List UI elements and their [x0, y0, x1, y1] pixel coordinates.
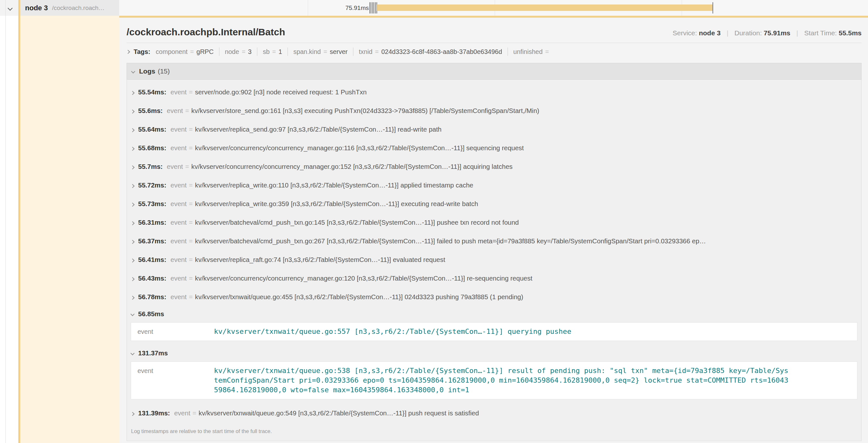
equals-sign: =: [545, 48, 549, 56]
detail-header: /cockroach.roachpb.Internal/Batch Servic…: [127, 27, 862, 38]
chevron-right-icon: [131, 126, 134, 133]
log-row[interactable]: 56.43ms: event = kv/kvserver/concurrency…: [127, 269, 861, 287]
equals-sign: =: [192, 409, 196, 417]
log-timestamp: 55.68ms:: [138, 144, 166, 152]
equals-sign: =: [189, 126, 193, 133]
log-message: kv/kvserver/batcheval/cmd_push_txn.go:14…: [195, 218, 519, 226]
log-message: kv/kvserver/replica_raft.go:74 [n3,s3,r6…: [195, 256, 445, 264]
equals-sign: =: [189, 200, 193, 208]
equals-sign: =: [189, 256, 193, 264]
log-marker-tick: [369, 2, 370, 13]
log-detail-box: event kv/kvserver/txnwait/queue.go:557 […: [131, 322, 858, 341]
tag-item: sb = 1: [263, 47, 288, 56]
log-field-key: event: [131, 327, 214, 336]
log-message: kv/kvserver/batcheval/cmd_push_txn.go:26…: [195, 237, 706, 245]
indent-guide-line: [5, 0, 6, 443]
log-timestamp: 56.85ms: [138, 310, 164, 318]
log-detail-box: event kv/kvserver/txnwait/queue.go:538 […: [131, 362, 858, 399]
equals-sign: =: [185, 163, 189, 170]
log-entry-header[interactable]: 56.85ms: [127, 306, 861, 322]
log-timestamp: 131.37ms: [138, 349, 168, 357]
chevron-right-icon: [131, 107, 134, 114]
log-field-key: event: [170, 218, 187, 226]
log-field-key: event: [170, 274, 187, 282]
log-row[interactable]: 55.6ms: event = kv/kvserver/store_send.g…: [127, 101, 861, 120]
chevron-right-icon: [131, 200, 134, 208]
equals-sign: =: [189, 218, 193, 226]
tag-item: unfinished =: [513, 47, 557, 56]
log-message: kv/kvserver/concurrency/concurrency_mana…: [191, 163, 513, 170]
tag-value: gRPC: [196, 48, 214, 56]
log-timestamp: 56.37ms:: [138, 237, 166, 245]
log-row[interactable]: 131.39ms: event = kv/kvserver/txnwait/qu…: [127, 404, 861, 422]
equals-sign: =: [189, 144, 193, 152]
collapse-children-button[interactable]: [8, 5, 12, 11]
log-field-value: kv/kvserver/txnwait/queue.go:538 [n3,s3,…: [214, 366, 790, 395]
tag-key: txnid: [359, 48, 372, 56]
tag-value: 024d3323-6c8f-4863-aa8b-37ab0e63496d: [381, 48, 502, 56]
log-timestamp: 55.7ms:: [138, 163, 162, 170]
tag-item: node = 3: [225, 47, 257, 56]
log-timestamp: 56.78ms:: [138, 293, 166, 301]
equals-sign: =: [242, 48, 245, 56]
log-entry-expanded: 131.37ms event kv/kvserver/txnwait/queue…: [127, 345, 861, 399]
chevron-right-icon: [131, 144, 134, 152]
log-field-key: event: [170, 293, 187, 301]
log-timestamp: 55.64ms:: [138, 126, 166, 133]
log-row[interactable]: 56.78ms: event = kv/kvserver/txnwait/que…: [127, 287, 861, 306]
span-detail-panel: /cockroach.roachpb.Internal/Batch Servic…: [119, 18, 868, 443]
chevron-right-icon: [131, 163, 134, 170]
log-message: kv/kvserver/replica_write.go:359 [n3,s3,…: [195, 200, 478, 208]
duration-label: Duration:: [734, 29, 762, 37]
log-timestamp: 56.31ms:: [138, 218, 166, 226]
log-row[interactable]: 55.73ms: event = kv/kvserver/replica_wri…: [127, 195, 861, 213]
span-name-cell[interactable]: node 3 /cockroach.roach…: [20, 0, 119, 16]
chevron-right-icon: [131, 237, 134, 245]
log-field-row: event kv/kvserver/txnwait/queue.go:557 […: [131, 327, 857, 336]
equals-sign: =: [375, 48, 379, 56]
log-entry-header[interactable]: 131.37ms: [127, 345, 861, 361]
tags-label: Tags:: [134, 48, 150, 56]
log-marker-tick: [371, 2, 371, 13]
log-row[interactable]: 55.72ms: event = kv/kvserver/replica_wri…: [127, 176, 861, 195]
chevron-down-icon: [131, 311, 134, 317]
log-row[interactable]: 56.37ms: event = kv/kvserver/batcheval/c…: [127, 232, 861, 250]
log-row[interactable]: 56.41ms: event = kv/kvserver/replica_raf…: [127, 250, 861, 269]
log-field-key: event: [170, 200, 187, 208]
log-message: server/node.go:902 [n3] node received re…: [195, 88, 367, 96]
logs-title: Logs: [139, 67, 155, 75]
log-entry-expanded: 56.85ms event kv/kvserver/txnwait/queue.…: [127, 306, 861, 341]
log-marker-tick: [374, 2, 374, 13]
log-message: kv/kvserver/replica_send.go:97 [n3,s3,r6…: [195, 126, 442, 133]
log-row[interactable]: 56.31ms: event = kv/kvserver/batcheval/c…: [127, 213, 861, 232]
log-row[interactable]: 55.7ms: event = kv/kvserver/concurrency/…: [127, 157, 861, 176]
chevron-right-icon: [131, 274, 134, 282]
span-row[interactable]: node 3 /cockroach.roach… 75.91ms: [0, 0, 868, 16]
log-row[interactable]: 55.64ms: event = kv/kvserver/replica_sen…: [127, 120, 861, 139]
log-row[interactable]: 55.54ms: event = server/node.go:902 [n3]…: [127, 83, 861, 101]
logs-count: (15): [158, 67, 169, 75]
chevron-right-icon: [131, 256, 134, 264]
chevron-right-icon: [131, 409, 134, 417]
log-row[interactable]: 55.68ms: event = kv/kvserver/concurrency…: [127, 139, 861, 157]
log-timestamp: 131.39ms:: [138, 409, 170, 417]
tag-value: server: [330, 48, 348, 56]
span-title: /cockroach.roachpb.Internal/Batch: [127, 27, 285, 38]
tag-key: unfinished: [513, 48, 542, 56]
equals-sign: =: [189, 181, 193, 189]
equals-sign: =: [189, 88, 193, 96]
span-duration-bar[interactable]: [377, 4, 713, 11]
log-message: kv/kvserver/concurrency/concurrency_mana…: [195, 144, 524, 152]
tag-item: span.kind = server: [293, 47, 353, 56]
chevron-right-icon: [131, 181, 134, 189]
separator: |: [796, 29, 798, 37]
tag-value: 1: [279, 48, 282, 56]
log-field-value: kv/kvserver/txnwait/queue.go:557 [n3,s3,…: [214, 327, 790, 336]
service-label: Service:: [673, 29, 697, 37]
equals-sign: =: [185, 107, 189, 114]
service-value: node 3: [699, 29, 720, 37]
log-field-key: event: [170, 88, 187, 96]
equals-sign: =: [190, 48, 194, 56]
tags-toggle[interactable]: Tags:: [127, 48, 150, 56]
logs-header[interactable]: Logs (15): [127, 63, 862, 79]
